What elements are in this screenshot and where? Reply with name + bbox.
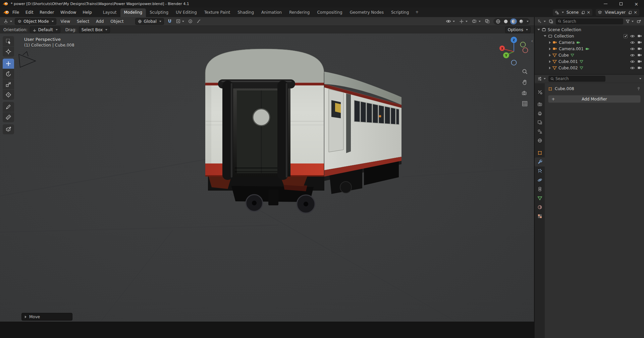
ortho-grid-icon[interactable] <box>522 100 528 107</box>
drag-dropdown[interactable]: Select Box <box>79 26 110 33</box>
tab-world[interactable] <box>535 136 545 145</box>
eye-visibility-icon[interactable] <box>630 47 635 51</box>
tool-orientation-dropdown[interactable]: Default <box>30 26 60 33</box>
new-viewlayer-icon[interactable] <box>628 11 632 14</box>
train-model[interactable] <box>205 49 401 213</box>
add-modifier-button[interactable]: + Add Modifier <box>548 95 641 103</box>
add-workspace-button[interactable]: + <box>413 8 421 17</box>
pin-id-button[interactable] <box>637 87 641 91</box>
tab-modifiers[interactable] <box>535 157 545 166</box>
object-visibility-dropdown[interactable] <box>445 19 455 24</box>
render-visibility-camera-icon[interactable] <box>637 60 642 63</box>
outliner-search-input[interactable] <box>563 19 621 24</box>
tab-render[interactable] <box>535 100 545 109</box>
maximize-button[interactable] <box>613 0 629 8</box>
viewport-menu-select[interactable]: Select <box>74 18 92 24</box>
workspace-tab-compositing[interactable]: Compositing <box>313 8 346 17</box>
viewlayer-selector[interactable]: ViewLayer × <box>596 9 639 16</box>
menu-help[interactable]: Help <box>79 9 95 16</box>
outliner-row-cube-001[interactable]: Cube.001 <box>535 58 644 65</box>
outliner-search[interactable] <box>556 18 623 24</box>
collection-exclude-checkbox[interactable] <box>624 34 628 38</box>
viewport-menu-add[interactable]: Add <box>94 18 106 24</box>
snap-toggle[interactable] <box>167 18 173 24</box>
viewport-canvas[interactable]: User Perspective (1) Collection | Cube.0… <box>0 33 534 322</box>
render-visibility-camera-icon[interactable] <box>637 34 642 38</box>
outliner-row-camera[interactable]: Camera <box>535 39 644 46</box>
outliner-row-collection[interactable]: Collection <box>535 33 644 39</box>
menu-file[interactable]: File <box>9 9 22 16</box>
outliner-row-cube[interactable]: Cube <box>535 52 644 58</box>
tool-select-box[interactable] <box>3 36 14 46</box>
tab-object-data[interactable] <box>535 194 545 203</box>
tab-tool[interactable] <box>535 87 545 96</box>
tab-material[interactable] <box>535 203 545 212</box>
gizmo-x-neg[interactable] <box>523 48 528 53</box>
tool-add-cube[interactable] <box>3 124 14 134</box>
viewport-menu-view[interactable]: View <box>58 18 72 24</box>
camera-object-wireframe[interactable] <box>19 52 36 67</box>
gizmo-y-neg[interactable] <box>521 42 526 47</box>
render-visibility-camera-icon[interactable] <box>637 41 642 44</box>
sidebar-toggle-arrow[interactable]: ‹ <box>531 38 533 44</box>
workspace-tab-sculpting[interactable]: Sculpting <box>146 8 172 17</box>
properties-search[interactable] <box>548 76 605 82</box>
render-visibility-camera-icon[interactable] <box>637 66 642 70</box>
outliner-editor-type-button[interactable] <box>537 19 546 24</box>
tool-move[interactable] <box>3 59 14 69</box>
menu-window[interactable]: Window <box>57 9 79 16</box>
workspace-tab-texture-paint[interactable]: Texture Paint <box>201 8 234 17</box>
shading-solid-button[interactable] <box>502 18 509 24</box>
outliner-row-camera-001[interactable]: Camera.001 <box>535 46 644 52</box>
outliner-row-cube-002[interactable]: Cube.002 <box>535 65 644 71</box>
proportional-falloff-dropdown[interactable] <box>196 19 202 24</box>
tab-physics[interactable] <box>535 176 545 185</box>
properties-editor-type-button[interactable] <box>537 76 546 81</box>
snap-target-dropdown[interactable] <box>175 19 185 24</box>
new-scene-icon[interactable] <box>581 11 585 14</box>
eye-visibility-icon[interactable] <box>630 41 635 45</box>
tab-object[interactable] <box>535 148 545 157</box>
eye-visibility-icon[interactable] <box>630 60 635 64</box>
mode-dropdown[interactable]: Object Mode <box>15 18 56 25</box>
close-button[interactable]: × <box>629 0 644 8</box>
tool-rotate[interactable] <box>3 69 14 79</box>
viewport-menu-object[interactable]: Object <box>108 18 126 24</box>
zoom-icon[interactable] <box>522 68 528 75</box>
new-collection-button[interactable] <box>636 19 642 24</box>
outliner-display-mode-button[interactable] <box>548 19 554 24</box>
eye-visibility-icon[interactable] <box>630 53 635 57</box>
shading-rendered-button[interactable] <box>518 18 525 24</box>
tool-transform[interactable] <box>3 90 14 100</box>
tool-scale[interactable] <box>3 79 14 89</box>
tab-view-layer[interactable] <box>535 118 545 127</box>
tab-constraints[interactable] <box>535 185 545 194</box>
shading-material-preview-button[interactable] <box>510 18 517 24</box>
tab-texture[interactable] <box>535 212 545 221</box>
overlays-dropdown[interactable] <box>471 19 481 24</box>
tab-particles[interactable] <box>535 166 545 176</box>
gizmos-dropdown[interactable] <box>459 19 468 24</box>
proportional-editing-toggle[interactable] <box>187 19 193 24</box>
tool-annotate[interactable] <box>3 102 14 112</box>
viewport-3d-scene[interactable] <box>0 33 534 322</box>
xray-toggle[interactable] <box>484 19 490 24</box>
render-visibility-camera-icon[interactable] <box>637 53 642 57</box>
eye-visibility-icon[interactable] <box>630 66 635 70</box>
workspace-tab-modeling[interactable]: Modeling <box>120 8 146 17</box>
editor-type-button[interactable] <box>3 18 13 24</box>
workspace-tab-shading[interactable]: Shading <box>234 8 258 17</box>
outliner-row-scene-collection[interactable]: Scene Collection <box>535 26 644 33</box>
tool-cursor[interactable] <box>3 47 14 57</box>
workspace-tab-animation[interactable]: Animation <box>258 8 285 17</box>
shading-wireframe-button[interactable] <box>495 18 501 24</box>
navigation-gizmo[interactable]: Z Y X <box>498 34 530 68</box>
tab-output[interactable] <box>535 109 545 118</box>
workspace-tab-uv-editing[interactable]: UV Editing <box>172 8 201 17</box>
pan-hand-icon[interactable] <box>522 79 528 85</box>
remove-viewlayer-icon[interactable]: × <box>634 11 637 14</box>
outliner-filter-button[interactable] <box>625 19 634 24</box>
camera-view-icon[interactable] <box>522 90 528 96</box>
workspace-tab-layout[interactable]: Layout <box>99 8 120 17</box>
workspace-tab-scripting[interactable]: Scripting <box>387 8 413 17</box>
